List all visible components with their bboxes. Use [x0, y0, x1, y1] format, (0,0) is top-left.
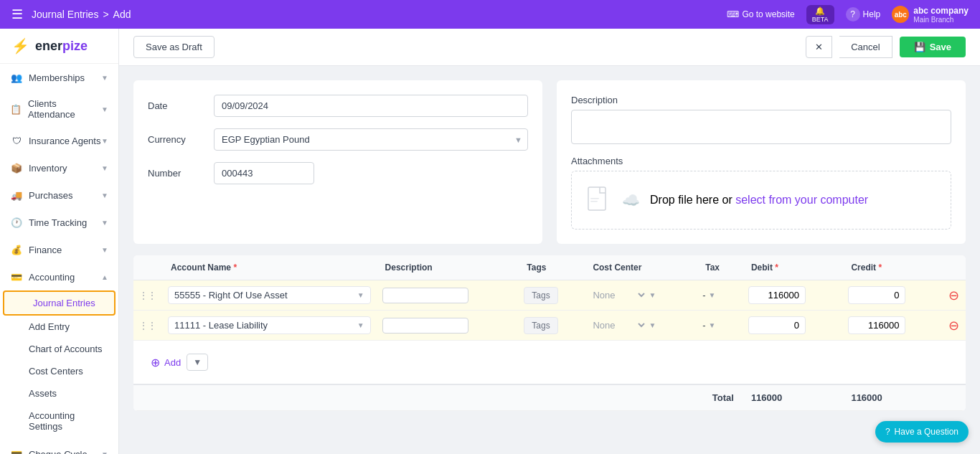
row2-credit-cell — [842, 311, 943, 341]
row2-description-input[interactable] — [382, 318, 468, 334]
sub-item-cost-centers[interactable]: Cost Centers — [0, 360, 118, 382]
sub-item-accounting-settings[interactable]: Accounting Settings — [0, 405, 118, 438]
chevron-down-icon: ▼ — [101, 219, 108, 227]
row1-debit-input[interactable] — [748, 286, 806, 304]
sidebar-item-memberships[interactable]: 👥 Memberships ▼ — [0, 64, 118, 91]
select-from-computer-link[interactable]: select from your computer — [735, 194, 868, 206]
total-credit: 116000 — [842, 384, 943, 411]
have-a-question-button[interactable]: ? Have a Question — [875, 421, 969, 443]
number-field: Number — [148, 162, 528, 184]
save-as-draft-button[interactable]: Save as Draft — [133, 36, 215, 58]
goto-website-button[interactable]: ⌨ Go to website — [727, 9, 794, 19]
row1-debit-cell — [743, 280, 843, 311]
row1-delete-button[interactable]: ⊖ — [948, 288, 959, 303]
help-button[interactable]: ? Help — [846, 7, 881, 22]
form-top-row: Date Currency EGP Egyptian Pound ▼ — [133, 80, 966, 244]
col-account-name: Account Name * — [162, 255, 377, 280]
logo-icon: ⚡ — [11, 37, 29, 55]
sidebar-item-inventory[interactable]: 📦 Inventory ▼ — [0, 154, 118, 181]
time-tracking-icon: 🕐 — [10, 216, 23, 229]
help-icon: ? — [846, 7, 860, 22]
col-actions — [943, 255, 966, 280]
cancel-button[interactable]: Cancel — [839, 36, 892, 58]
row2-debit-cell — [743, 311, 843, 341]
sidebar-item-insurance-agents[interactable]: 🛡 Insurance Agents ▼ — [0, 127, 118, 154]
breadcrumb-parent[interactable]: Journal Entries — [32, 9, 98, 20]
row2-tax-cell: - ▼ — [697, 311, 743, 341]
table-row: ⋮⋮ 11111 - Lease Liability ▼ — [133, 311, 966, 341]
row2-credit-input[interactable] — [848, 316, 905, 334]
col-credit: Credit * — [842, 255, 943, 280]
row1-account-select[interactable]: 55555 - Right Of Use Asset ▼ — [168, 286, 371, 304]
clients-icon: 📋 — [10, 103, 22, 115]
sub-item-add-entry[interactable]: Add Entry — [0, 316, 118, 338]
row-drag-handle[interactable]: ⋮⋮ — [133, 280, 162, 311]
sub-item-journal-entries[interactable]: Journal Entries — [3, 290, 116, 316]
total-label: Total — [133, 384, 743, 411]
col-tags: Tags — [518, 255, 584, 280]
purchases-icon: 🚚 — [10, 189, 23, 202]
number-input[interactable] — [214, 162, 314, 184]
add-entry-button[interactable]: ⊕ Add — [151, 356, 181, 369]
row1-tax-cell: - ▼ — [697, 280, 743, 311]
breadcrumb-current: Add — [113, 9, 131, 20]
row-drag-handle[interactable]: ⋮⋮ — [133, 311, 162, 341]
sub-item-assets[interactable]: Assets — [0, 382, 118, 405]
chevron-down-icon: ▼ — [709, 291, 716, 299]
number-label: Number — [148, 168, 205, 179]
row1-tags-button[interactable]: Tags — [524, 287, 557, 304]
user-menu[interactable]: abc abc company Main Branch — [892, 6, 969, 24]
col-drag — [133, 255, 162, 280]
sub-item-chart-of-accounts[interactable]: Chart of Accounts — [0, 338, 118, 360]
row1-credit-input[interactable] — [848, 286, 905, 304]
logo: ⚡ enerpize — [0, 29, 118, 64]
inventory-icon: 📦 — [10, 161, 23, 174]
form-left-panel: Date Currency EGP Egyptian Pound ▼ — [133, 80, 542, 244]
logo-text: enerpize — [35, 39, 88, 54]
sidebar-item-time-tracking[interactable]: 🕐 Time Tracking ▼ — [0, 209, 118, 236]
sidebar-item-finance[interactable]: 💰 Finance ▼ — [0, 236, 118, 263]
save-button[interactable]: 💾 Save — [900, 37, 966, 57]
description-input[interactable] — [571, 110, 951, 144]
row2-cost-center-select[interactable]: None — [590, 319, 647, 331]
description-label: Description — [571, 95, 951, 105]
chevron-up-icon: ▲ — [101, 273, 108, 281]
add-entry-row: ⊕ Add ▼ — [142, 346, 957, 378]
date-input[interactable] — [214, 95, 528, 117]
description-section: Description — [571, 95, 951, 147]
date-label: Date — [148, 100, 205, 111]
hamburger-icon[interactable]: ☰ — [11, 6, 23, 22]
row1-cost-center-select[interactable]: None — [590, 289, 647, 301]
row2-delete-button[interactable]: ⊖ — [948, 318, 959, 333]
svg-rect-2 — [590, 201, 598, 202]
sidebar-item-clients-attendance[interactable]: 📋 Clients Attendance ▼ — [0, 91, 118, 127]
row2-tags-button[interactable]: Tags — [524, 317, 557, 334]
date-field: Date — [148, 95, 528, 117]
drag-icon: ⋮⋮ — [139, 321, 156, 331]
drop-zone[interactable]: ☁️ Drop file here or select from your co… — [571, 171, 951, 230]
sidebar-item-cheque-cycle[interactable]: 💳 Cheque Cycle ▼ — [0, 440, 118, 454]
chevron-down-icon: ▼ — [101, 450, 108, 455]
breadcrumb: Journal Entries > Add — [32, 9, 718, 20]
currency-label: Currency — [148, 134, 205, 145]
sidebar-item-purchases[interactable]: 🚚 Purchases ▼ — [0, 181, 118, 209]
row2-account-select[interactable]: 11111 - Lease Liability ▼ — [168, 316, 371, 334]
currency-select[interactable]: EGP Egyptian Pound — [214, 128, 528, 151]
main-layout: ⚡ enerpize 👥 Memberships ▼ 📋 Clients Att… — [0, 29, 980, 454]
chevron-down-icon: ▼ — [101, 246, 108, 254]
close-button[interactable]: ✕ — [806, 36, 832, 58]
add-dropdown-button[interactable]: ▼ — [187, 354, 208, 371]
row1-description-input[interactable] — [382, 288, 468, 303]
entries-table-section: Account Name * Description Tags Cost Cen… — [133, 255, 966, 411]
file-icon — [586, 186, 612, 214]
cheque-icon: 💳 — [10, 448, 23, 454]
finance-icon: 💰 — [10, 243, 23, 256]
beta-badge[interactable]: 🔔 BETA — [806, 5, 834, 24]
row2-account-cell: 11111 - Lease Liability ▼ — [162, 311, 377, 341]
sidebar-item-accounting[interactable]: 💳 Accounting ▲ — [0, 263, 118, 290]
accounting-icon: 💳 — [10, 270, 23, 283]
row1-credit-cell — [842, 280, 943, 311]
col-tax: Tax — [697, 255, 743, 280]
row2-debit-input[interactable] — [748, 316, 806, 334]
topnav-right: ⌨ Go to website 🔔 BETA ? Help abc abc co… — [727, 5, 969, 24]
